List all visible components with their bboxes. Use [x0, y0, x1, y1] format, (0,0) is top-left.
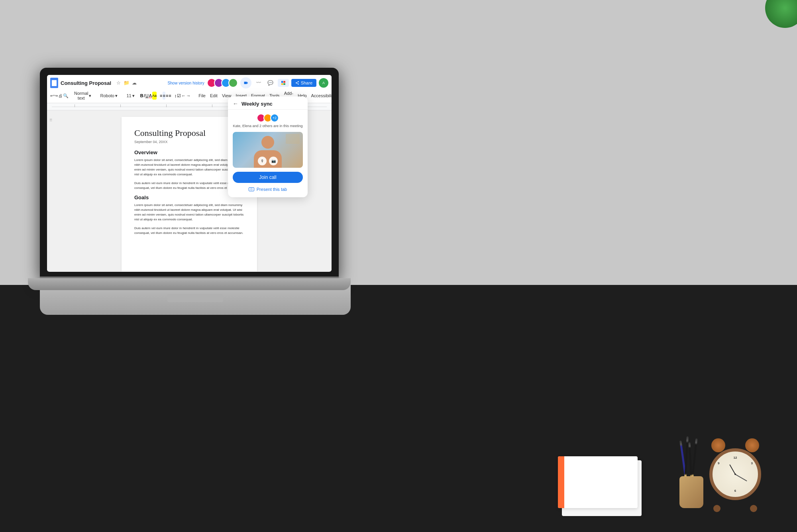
clock-face: 12 3 6 9 [709, 448, 761, 500]
italic-button[interactable]: I [144, 92, 145, 100]
font-size-dropdown[interactable]: 11 ▾ [124, 92, 137, 99]
text-style-arrow: ▾ [89, 93, 91, 98]
font-name-label: Roboto [100, 93, 114, 98]
underline-button[interactable]: U [145, 92, 149, 100]
title-icon-group: ☆ 📁 ☁ [115, 80, 137, 86]
clock-9: 9 [718, 461, 719, 465]
goals-body-2: Duis autem vel eum iriure dolor in hendr… [134, 226, 244, 236]
clock-bell-left [711, 438, 725, 452]
pencil-holder [673, 444, 709, 508]
indent-decrease-button[interactable]: ← [181, 92, 186, 100]
clock: 12 3 6 9 [705, 440, 765, 512]
goals-body-1: Lorem ipsum dolor sit amet, consectetuer… [134, 203, 244, 222]
undo-button[interactable]: ↩ [50, 91, 54, 100]
print-button[interactable]: 🖨 [58, 91, 63, 100]
menu-file[interactable]: File [196, 92, 208, 99]
align-right-button[interactable]: ≡ [166, 92, 168, 100]
meet-popup-title: Weekly sync [241, 101, 273, 107]
redo-button[interactable]: ↪ [54, 91, 58, 100]
meet-back-button[interactable]: ← [233, 100, 238, 107]
align-left-button[interactable]: ≡ [160, 92, 162, 100]
docs-logo-inner [52, 80, 57, 86]
clock-6: 6 [734, 489, 736, 493]
highlight-button[interactable]: Aa [152, 92, 157, 100]
chat-icon-button[interactable]: 💬 [266, 78, 275, 88]
clock-12: 12 [734, 456, 737, 459]
meet-popup-body: +2 Kate, Elena and 2 others are in this … [228, 110, 308, 197]
zoom-button[interactable]: 🔍 [63, 91, 69, 100]
share-button-label: Share [301, 80, 312, 85]
indent-increase-button[interactable]: → [186, 92, 190, 100]
laptop-screen: Consulting Proposal ☆ 📁 ☁ Show version h… [47, 75, 332, 272]
share-button[interactable]: Share [291, 79, 316, 87]
notebook [558, 452, 646, 516]
version-history-link[interactable]: Show version history [167, 81, 204, 85]
font-name-arrow: ▾ [115, 93, 118, 98]
present-tab-button[interactable]: ⊡ Present this tab [245, 185, 290, 193]
meet-video-preview: 🎙 📷 [233, 132, 303, 168]
present-icon: ⊡ [249, 187, 254, 191]
folder-icon[interactable]: 📁 [123, 80, 130, 86]
checklist-button[interactable]: ☑ [177, 92, 181, 100]
line-spacing-button[interactable]: ↕ [175, 92, 177, 100]
clock-foot-left [713, 505, 720, 512]
apps-grid-button[interactable] [278, 79, 289, 87]
user-account-button[interactable]: A [319, 78, 328, 88]
meet-camera-button[interactable]: 📷 [269, 157, 278, 165]
laptop-base [28, 278, 351, 290]
cloud-icon[interactable]: ☁ [131, 80, 137, 86]
collaborator-avatars [207, 78, 238, 88]
title-bar: Consulting Proposal ☆ 📁 ☁ Show version h… [50, 77, 328, 90]
clock-3: 3 [751, 461, 753, 465]
clock-bell-right [745, 438, 759, 452]
activity-icon-button[interactable]: 〰 [254, 78, 263, 88]
laptop-screen-bezel: Consulting Proposal ☆ 📁 ☁ Show version h… [40, 68, 339, 279]
plant-circle [765, 0, 797, 28]
meet-popup: ← Weekly sync +2 Kate, Elena [228, 96, 308, 197]
avatar-4 [228, 78, 238, 88]
back-icon: ← [233, 100, 238, 107]
plant-decoration [749, 0, 797, 32]
docs-logo-icon [50, 78, 58, 88]
clock-feet [713, 505, 757, 512]
bold-button[interactable]: B [140, 92, 143, 100]
text-style-label: Normal text [74, 91, 88, 100]
clock-minute-hand [735, 474, 747, 481]
meet-button[interactable] [240, 77, 251, 88]
font-size-label: 11 [126, 93, 131, 98]
font-size-arrow: ▾ [132, 93, 135, 98]
text-style-dropdown[interactable]: Normal text ▾ [72, 90, 94, 101]
notebook-top [558, 456, 638, 508]
font-name-dropdown[interactable]: Roboto ▾ [97, 92, 121, 99]
present-tab-label: Present this tab [257, 187, 287, 192]
clock-center [734, 473, 736, 475]
align-center-button[interactable]: ≡ [163, 92, 165, 100]
trackpad[interactable] [167, 294, 223, 302]
pencil-4 [691, 438, 698, 480]
laptop: Consulting Proposal ☆ 📁 ☁ Show version h… [40, 68, 351, 315]
notebook-spine [558, 456, 564, 508]
menu-accessibility[interactable]: Accessibility [309, 92, 332, 99]
header-right: Show version history [167, 77, 328, 88]
meet-mic-button[interactable]: 🎙 [258, 157, 267, 165]
star-icon[interactable]: ☆ [115, 80, 122, 86]
meet-video-controls: 🎙 📷 [258, 157, 278, 165]
meet-popup-header: ← Weekly sync [228, 96, 308, 110]
goals-heading: Goals [134, 194, 244, 200]
pencil-cup [679, 476, 703, 508]
document-title: Consulting Proposal [61, 80, 111, 86]
align-justify-button[interactable]: ≡ [169, 92, 171, 100]
join-call-button[interactable]: Join call [233, 172, 303, 183]
clock-hour-hand [729, 464, 736, 474]
clock-foot-right [750, 505, 757, 512]
meet-participant-avatars: +2 [257, 114, 279, 122]
meet-status-text: Kate, Elena and 2 others are in this mee… [233, 124, 302, 128]
meet-avatar-3: +2 [270, 114, 279, 122]
menu-edit[interactable]: Edit [208, 92, 220, 99]
text-color-button[interactable]: A [149, 92, 152, 100]
